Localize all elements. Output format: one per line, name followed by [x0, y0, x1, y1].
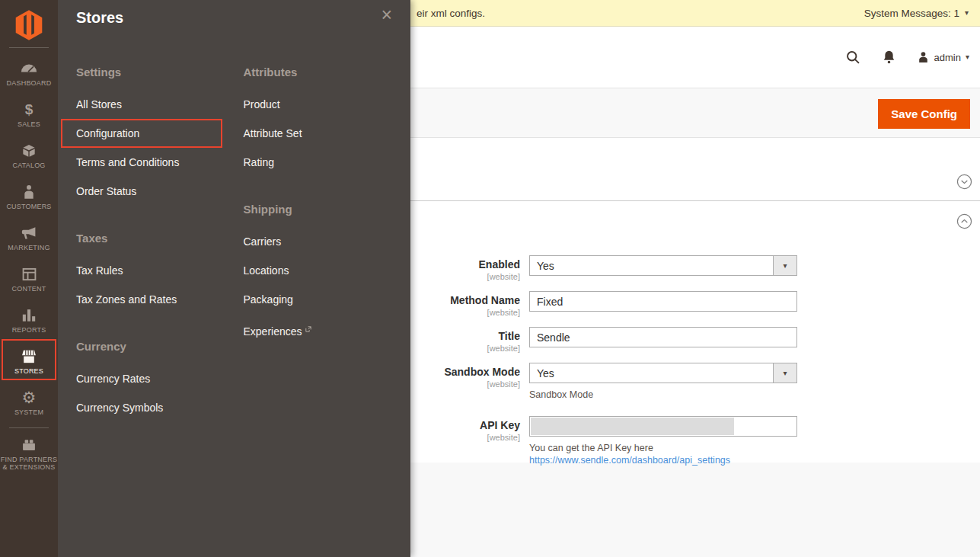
menu-item-currency-rates[interactable]: Currency Rates [76, 373, 150, 385]
section-divider [410, 200, 980, 201]
sandbox-mode-select[interactable]: Yes▾ [529, 363, 797, 383]
sidebar-item-label: REPORTS [12, 326, 46, 334]
menu-item-currency-symbols[interactable]: Currency Symbols [76, 402, 163, 414]
admin-sidebar: DASHBOARD$SALESCATALOGCUSTOMERSMARKETING… [0, 0, 58, 557]
sidebar-item-label: STORES [14, 367, 43, 375]
close-icon[interactable]: × [381, 5, 392, 24]
content-icon [22, 266, 37, 283]
menu-item-all-stores[interactable]: All Stores [76, 98, 122, 110]
sidebar-divider [9, 47, 49, 48]
section-toggle-collapsed-icon[interactable] [956, 174, 972, 190]
menu-section-items: All StoresConfigurationTerms and Conditi… [76, 98, 244, 197]
api-key-label: API Key[website] [410, 416, 520, 466]
enabled-select[interactable]: Yes▾ [529, 255, 797, 276]
sidebar-item-system[interactable]: ⚙SYSTEM [0, 382, 58, 423]
sidebar-item-dashboard[interactable]: DASHBOARD [0, 53, 58, 94]
sidebar-item-label: MARKETING [8, 244, 49, 251]
menu-item-terms-and-conditions[interactable]: Terms and Conditions [76, 156, 179, 168]
form-row-enabled: Enabled[website]Yes▾ [410, 255, 806, 281]
notifications-icon[interactable] [882, 50, 896, 66]
enabled-label: Enabled[website] [410, 255, 520, 281]
admin-user-menu[interactable]: admin ▾ [917, 50, 969, 64]
field-label: Method Name [450, 295, 520, 306]
sidebar-item-find-partners[interactable]: FIND PARTNERS & EXTENSIONS [0, 433, 58, 474]
page-toolbar: Save Config [410, 88, 980, 138]
menu-item-tax-rules[interactable]: Tax Rules [76, 264, 123, 277]
field-scope: [website] [487, 379, 520, 389]
title-input[interactable]: Sendle [529, 327, 797, 347]
system-messages-toggle[interactable]: System Messages: 1 ▾ [864, 8, 969, 19]
menu-section-items: ProductAttribute SetRating [244, 98, 411, 168]
obscured-value-mask [531, 418, 734, 435]
sandbox-mode-control: Yes▾Sandbox Mode [529, 363, 797, 400]
menu-item-tax-zones-and-rates[interactable]: Tax Zones and Rates [76, 293, 177, 306]
magento-logo[interactable] [0, 0, 58, 43]
page-footer-area [410, 463, 980, 557]
sidebar-item-content[interactable]: CONTENT [0, 258, 58, 299]
customers-icon [24, 184, 34, 200]
admin-username: admin [934, 52, 961, 63]
sidebar-item-marketing[interactable]: MARKETING [0, 217, 58, 258]
save-config-button[interactable]: Save Config [878, 99, 970, 129]
field-scope: [website] [487, 272, 520, 281]
stores-icon [21, 348, 37, 365]
magento-admin-screen: eir xml configs. System Messages: 1 ▾ [0, 0, 980, 557]
menu-item-product[interactable]: Product [244, 98, 280, 110]
title-control: Sendle [529, 327, 797, 353]
dashboard-icon [21, 60, 37, 77]
sidebar-item-label: CUSTOMERS [6, 203, 51, 210]
api-key-input[interactable] [529, 416, 797, 437]
select-value: Yes [530, 256, 773, 275]
method-name-input[interactable]: Fixed [529, 291, 797, 312]
sales-icon: $ [25, 101, 34, 118]
sidebar-divider [9, 427, 49, 428]
field-scope: [website] [487, 308, 520, 317]
form-row-api-key: API Key[website]You can get the API Key … [410, 416, 806, 466]
menu-section-heading-attributes: Attributes [244, 65, 411, 80]
menu-section-heading-shipping: Shipping [244, 202, 411, 217]
menu-item-configuration[interactable]: Configuration [76, 127, 139, 139]
field-label: Sandbox Mode [444, 367, 520, 377]
stores-flyout-menu: Stores × SettingsAll StoresConfiguration… [58, 0, 410, 557]
admin-header: admin ▾ [410, 27, 980, 88]
menu-item-locations[interactable]: Locations [244, 264, 289, 277]
field-label: Title [498, 331, 520, 341]
field-scope: [website] [487, 344, 520, 353]
caret-down-icon: ▾ [773, 363, 796, 383]
menu-item-rating[interactable]: Rating [244, 156, 274, 168]
sidebar-item-label: CONTENT [12, 285, 46, 293]
menu-section-heading-taxes: Taxes [76, 231, 244, 246]
user-icon [917, 50, 930, 64]
menu-item-packaging[interactable]: Packaging [244, 293, 293, 306]
flyout-title: Stores [76, 9, 123, 27]
api-key-control: You can get the API Key herehttps://www.… [529, 416, 797, 466]
notice-message: eir xml configs. [417, 8, 485, 19]
menu-section-items: Tax RulesTax Zones and Rates [76, 264, 244, 306]
sidebar-item-catalog[interactable]: CATALOG [0, 135, 58, 176]
field-label: Enabled [479, 259, 520, 270]
menu-item-carriers[interactable]: Carriers [244, 235, 282, 248]
menu-section-items: CarriersLocationsPackagingExperiences [244, 235, 411, 338]
caret-down-icon: ▾ [773, 256, 796, 275]
sidebar-item-reports[interactable]: REPORTS [0, 299, 58, 341]
sidebar-item-label: CATALOG [12, 162, 45, 169]
menu-item-attribute-set[interactable]: Attribute Set [244, 127, 302, 139]
sidebar-item-sales[interactable]: $SALES [0, 94, 58, 135]
enabled-control: Yes▾ [529, 255, 797, 281]
sidebar-item-customers[interactable]: CUSTOMERS [0, 176, 58, 217]
external-link-icon [305, 322, 311, 335]
menu-item-order-status[interactable]: Order Status [76, 185, 136, 197]
menu-item-experiences[interactable]: Experiences [244, 322, 311, 338]
api-key-link[interactable]: https://www.sendle.com/dashboard/api_set… [529, 455, 797, 466]
search-icon[interactable] [845, 50, 861, 66]
sidebar-item-label: SALES [18, 120, 40, 128]
sidebar-item-stores[interactable]: STORES [0, 341, 58, 382]
config-page: eir xml configs. System Messages: 1 ▾ [410, 0, 980, 557]
section-toggle-expanded-icon[interactable] [956, 213, 972, 229]
method-name-label: Method Name[website] [410, 291, 520, 317]
api-key-note: You can get the API Key here [529, 443, 797, 453]
sandbox-mode-note: Sandbox Mode [529, 389, 797, 400]
field-label: API Key [480, 420, 520, 431]
menu-section-heading-settings: Settings [76, 65, 244, 80]
sidebar-item-label: FIND PARTNERS & EXTENSIONS [1, 456, 57, 471]
